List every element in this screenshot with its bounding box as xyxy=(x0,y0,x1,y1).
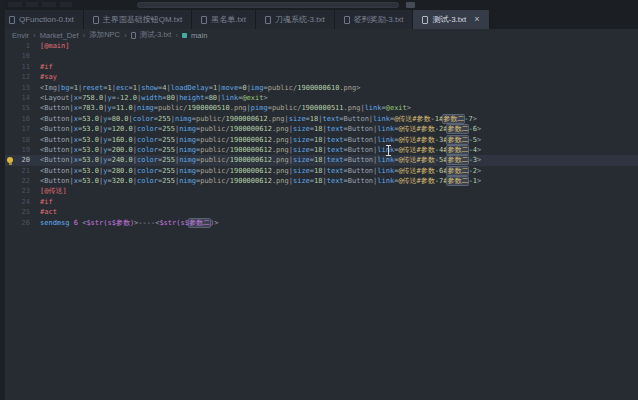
token: > xyxy=(407,104,411,112)
breadcrumb-separator: › xyxy=(33,31,36,40)
breadcrumb-item-main[interactable]: main xyxy=(191,31,207,40)
token: move xyxy=(221,84,238,92)
token: 1900000610 xyxy=(297,84,339,92)
token: .png xyxy=(272,125,289,133)
code-text: <Button|x=53.0|y=240.0|color=255|nimg=pu… xyxy=(40,155,481,165)
tab-主界面基础按钮QM.txt[interactable]: 主界面基础按钮QM.txt xyxy=(84,10,193,29)
code-line-18[interactable]: 18<Button|x=53.0|y=160.0|color=255|nimg=… xyxy=(0,135,638,145)
token: > xyxy=(477,167,481,175)
tab-签到奖励-3.txt[interactable]: 签到奖励-3.txt xyxy=(335,10,414,29)
code-line-14[interactable]: 14<Layout|x=758.0|y=-12.0|width=80|heigh… xyxy=(0,93,638,103)
token: size xyxy=(293,177,310,185)
token: public/ xyxy=(200,167,230,175)
token: sendmsg xyxy=(40,219,70,227)
token: <Img| xyxy=(40,84,61,92)
token: img xyxy=(251,84,264,92)
symbol-icon xyxy=(182,33,187,38)
token: -1 xyxy=(468,177,476,185)
code-line-24[interactable]: 24#if xyxy=(0,197,638,207)
code-line-11[interactable]: 11#if xyxy=(0,62,638,72)
tab-黑名单.txt[interactable]: 黑名单.txt xyxy=(192,10,256,29)
breadcrumb-item-测试-3.txt[interactable]: 测试-3.txt xyxy=(140,30,172,40)
token: #act xyxy=(40,208,57,216)
token: link xyxy=(377,167,394,175)
code-line-20[interactable]: 20<Button|x=53.0|y=240.0|color=255|nimg=… xyxy=(0,155,638,165)
token: -2 xyxy=(468,167,476,175)
menu-bar[interactable] xyxy=(8,2,128,7)
token: color xyxy=(137,146,158,154)
token: @传送#参数 xyxy=(394,115,430,123)
token: 1900000510 xyxy=(188,104,230,112)
token: Button xyxy=(348,136,373,144)
token: nimg xyxy=(179,156,196,164)
token: @传送#参数 xyxy=(398,156,434,164)
token: 240.0 xyxy=(112,156,133,164)
code-line-10[interactable]: 10 xyxy=(0,51,638,61)
token: 53.0 xyxy=(82,136,99,144)
token: 160.0 xyxy=(112,136,133,144)
token: 80 xyxy=(209,94,217,102)
code-text: <Img|bg=1|reset=1|esc=1|show=4|loadDelay… xyxy=(40,83,360,93)
token: .png xyxy=(268,115,285,123)
highlighted-occurrence: 参数二 xyxy=(447,167,468,175)
breadcrumb-separator: › xyxy=(124,31,127,40)
token: link xyxy=(377,125,394,133)
breadcrumb-item-Envir[interactable]: Envir xyxy=(12,31,29,40)
token: link xyxy=(377,146,394,154)
tab-QFunction-0.txt[interactable]: QFunction-0.txt xyxy=(0,10,84,29)
token: Button xyxy=(344,115,369,123)
token: 255 xyxy=(162,136,175,144)
token: 53.0 xyxy=(82,167,99,175)
token: color xyxy=(137,177,158,185)
code-line-21[interactable]: 21<Button|x=53.0|y=280.0|color=255|nimg=… xyxy=(0,166,638,176)
layout-toggle-icon[interactable] xyxy=(406,2,415,8)
token: -3 xyxy=(468,156,476,164)
token: @exit xyxy=(242,94,263,102)
code-line-12[interactable]: 12#say xyxy=(0,72,638,82)
code-line-13[interactable]: 13<Img|bg=1|reset=1|esc=1|show=4|loadDel… xyxy=(0,83,638,93)
token: esc xyxy=(116,84,129,92)
code-text: <Button|x=53.0|y=80.0|color=255|nimg=pub… xyxy=(40,114,477,124)
token: text xyxy=(327,125,344,133)
token: -6 xyxy=(435,167,443,175)
token: size xyxy=(293,136,310,144)
highlighted-occurrence: 参数二 xyxy=(189,219,210,227)
token: color xyxy=(137,125,158,133)
code-text: #if xyxy=(40,62,53,72)
token: #if xyxy=(40,63,53,71)
token: $str(s$ xyxy=(159,219,189,227)
mouse-cursor-ibeam xyxy=(388,146,389,155)
token: 53.0 xyxy=(82,177,99,185)
code-line-26[interactable]: 26sendmsg 6 <$str(s$参数)>----<$str(s$参数二)… xyxy=(0,218,638,228)
token: color xyxy=(137,136,158,144)
code-text: <Button|x=53.0|y=160.0|color=255|nimg=pu… xyxy=(40,135,481,145)
breadcrumb-item-Market_Def[interactable]: Market_Def xyxy=(40,31,79,40)
token: 80.0 xyxy=(112,115,129,123)
code-line-1[interactable]: 1[@main] xyxy=(0,41,638,51)
token: 758.0 xyxy=(82,94,103,102)
token: .png xyxy=(230,104,247,112)
code-line-17[interactable]: 17<Button|x=53.0|y=120.0|color=255|nimg=… xyxy=(0,124,638,134)
token: link xyxy=(373,115,390,123)
code-line-22[interactable]: 22<Button|x=53.0|y=320.0|color=255|nimg=… xyxy=(0,176,638,186)
code-editor[interactable]: 1[@main]1011#if12#say13<Img|bg=1|reset=1… xyxy=(0,41,638,400)
token: <Button| xyxy=(40,177,74,185)
code-line-16[interactable]: 16<Button|x=53.0|y=80.0|color=255|nimg=p… xyxy=(0,114,638,124)
command-center-searchbox[interactable] xyxy=(137,2,399,8)
token: Button xyxy=(348,125,373,133)
token: -7 xyxy=(435,177,443,185)
token: -1 xyxy=(431,115,439,123)
breadcrumb-item-添加NPC[interactable]: 添加NPC xyxy=(89,30,120,40)
token: 1900000612 xyxy=(230,136,272,144)
token: -2 xyxy=(435,125,443,133)
close-icon[interactable]: × xyxy=(474,15,479,24)
code-line-19[interactable]: 19<Button|x=53.0|y=200.0|color=255|nimg=… xyxy=(0,145,638,155)
code-line-15[interactable]: 15<Button|x=783.0|y=11.0|nimg=public/190… xyxy=(0,103,638,113)
token: Button xyxy=(348,156,373,164)
tab-测试-3.txt[interactable]: 测试-3.txt× xyxy=(413,10,489,29)
code-text: <Button|x=53.0|y=280.0|color=255|nimg=pu… xyxy=(40,166,481,176)
tab-刀魂系统-3.txt[interactable]: 刀魂系统-3.txt xyxy=(256,10,335,29)
token: .png xyxy=(272,167,289,175)
code-line-23[interactable]: 23[@传送] xyxy=(0,186,638,196)
code-line-25[interactable]: 25#act xyxy=(0,207,638,217)
